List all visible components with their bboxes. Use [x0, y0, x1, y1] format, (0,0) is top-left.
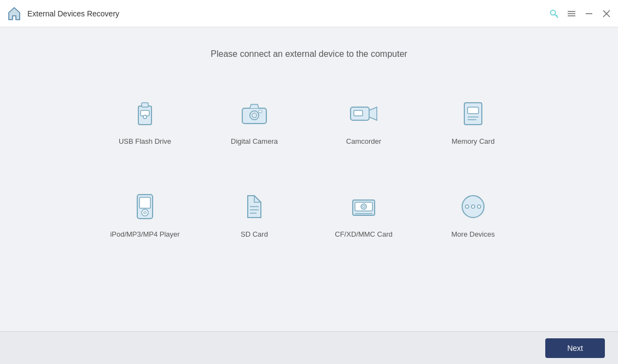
- key-icon[interactable]: [549, 9, 559, 19]
- device-label-ipod-mp3-mp4: iPod/MP3/MP4 Player: [110, 230, 179, 239]
- device-label-sd-card: SD Card: [241, 230, 268, 239]
- titlebar: External Devices Recovery: [0, 0, 618, 27]
- svg-rect-16: [259, 110, 262, 113]
- svg-point-12: [143, 115, 147, 119]
- window-controls: [549, 9, 611, 19]
- main-content: Please connect an external device to the…: [0, 27, 618, 331]
- more-devices-icon: [457, 190, 489, 223]
- device-item-sd-card[interactable]: SD Card: [211, 174, 298, 256]
- app-logo-icon: [7, 6, 22, 21]
- svg-point-26: [144, 211, 147, 214]
- device-grid: USB Flash Drive Digital Camera: [101, 81, 517, 256]
- footer: Next: [0, 331, 618, 364]
- svg-point-36: [465, 205, 469, 208]
- memory-card-icon: [457, 97, 489, 130]
- device-item-camcorder[interactable]: Camcorder: [320, 81, 407, 163]
- ipod-icon: [129, 190, 161, 223]
- svg-point-15: [252, 113, 257, 118]
- svg-point-37: [471, 205, 475, 208]
- svg-rect-18: [354, 110, 363, 116]
- device-label-memory-card: Memory Card: [452, 137, 495, 146]
- cf-xd-mmc-icon: [347, 190, 380, 223]
- device-item-memory-card[interactable]: Memory Card: [429, 81, 517, 163]
- close-icon[interactable]: [602, 9, 611, 19]
- device-item-usb-flash-drive[interactable]: USB Flash Drive: [101, 81, 189, 163]
- svg-rect-20: [468, 107, 479, 114]
- svg-rect-24: [139, 197, 150, 208]
- menu-icon[interactable]: [567, 9, 576, 19]
- device-item-more-devices[interactable]: More Devices: [429, 174, 517, 256]
- minimize-icon[interactable]: [584, 9, 594, 19]
- device-label-usb-flash-drive: USB Flash Drive: [119, 137, 171, 146]
- device-item-ipod-mp3-mp4[interactable]: iPod/MP3/MP4 Player: [101, 174, 189, 256]
- device-item-digital-camera[interactable]: Digital Camera: [211, 81, 298, 163]
- digital-camera-icon: [238, 97, 271, 130]
- sd-card-icon: [238, 190, 271, 223]
- device-label-more-devices: More Devices: [451, 230, 494, 239]
- usb-flash-drive-icon: [129, 97, 161, 130]
- device-item-cf-xd-mmc[interactable]: CF/XD/MMC Card: [320, 174, 407, 256]
- svg-rect-10: [142, 103, 148, 107]
- page-subtitle: Please connect an external device to the…: [211, 49, 407, 59]
- app-title: External Devices Recovery: [27, 9, 549, 18]
- svg-point-38: [477, 205, 481, 208]
- device-label-camcorder: Camcorder: [346, 137, 381, 146]
- next-button[interactable]: Next: [545, 338, 605, 358]
- device-label-cf-xd-mmc: CF/XD/MMC Card: [335, 230, 392, 239]
- svg-point-33: [363, 206, 365, 208]
- device-label-digital-camera: Digital Camera: [231, 137, 278, 146]
- svg-line-2: [556, 15, 557, 16]
- camcorder-icon: [347, 97, 380, 130]
